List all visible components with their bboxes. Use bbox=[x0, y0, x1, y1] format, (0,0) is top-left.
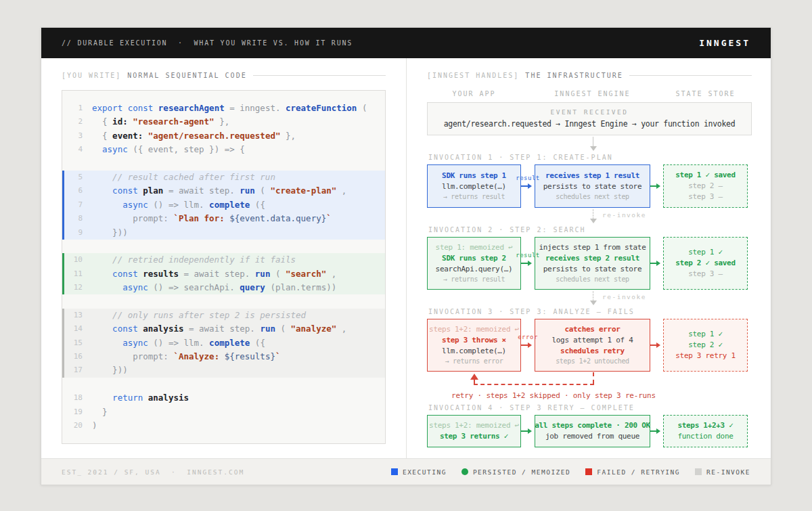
code-line: 4 async ({ event, step }) => { bbox=[62, 143, 385, 156]
code-gap bbox=[62, 378, 385, 391]
right-section-title: THE INFRASTRUCTURE bbox=[525, 72, 623, 79]
right-section-rule bbox=[629, 75, 752, 76]
flow-arrow-label: result bbox=[516, 175, 540, 181]
invocation-block: INVOCATION 2 · STEP 2: SEARCHstep 1: mem… bbox=[427, 226, 752, 308]
box-line: all steps complete · 200 OK bbox=[535, 420, 650, 431]
arrow-right-icon bbox=[656, 183, 663, 189]
arrow-line bbox=[521, 430, 528, 432]
box-line: step 2 ✓ saved bbox=[675, 258, 736, 269]
app-box: steps 1+2: memoized ↩step 3 throws ×llm.… bbox=[427, 319, 521, 372]
box-line: llm.complete(…) bbox=[442, 181, 506, 192]
retry-line-across bbox=[474, 384, 594, 385]
line-number: 15 bbox=[62, 336, 92, 350]
code-text: async () => searchApi. query (plan.terms… bbox=[92, 281, 336, 294]
legend-item: EXECUTING bbox=[391, 468, 447, 476]
code-pane: [YOU WRITE] NORMAL SEQUENTIAL CODE 1expo… bbox=[41, 58, 407, 458]
event-connector bbox=[427, 135, 752, 154]
line-number: 17 bbox=[62, 363, 92, 377]
box-line: receives step 1 result bbox=[545, 171, 639, 181]
engine-box: injects step 1 from statereceives step 2… bbox=[535, 237, 650, 290]
box-line: logs attempt 1 of 4 bbox=[551, 335, 633, 346]
line-number: 19 bbox=[62, 405, 92, 419]
invocation-block: INVOCATION 4 · STEP 3 RETRY — COMPLETEst… bbox=[427, 404, 752, 447]
box-line: step 3 – bbox=[688, 192, 723, 202]
code-gap bbox=[62, 157, 385, 171]
box-line: step 3 – bbox=[688, 269, 723, 280]
column-state-store: STATE STORE bbox=[663, 90, 748, 97]
invocation-block: INVOCATION 1 · STEP 1: CREATE-PLANSDK ru… bbox=[427, 154, 752, 226]
code-line: 6 const plan = await step. run ( "create… bbox=[62, 184, 385, 198]
retry-loop bbox=[427, 372, 752, 388]
code-line: 10 // retried independently if it fails bbox=[62, 253, 385, 267]
arrow-line bbox=[650, 185, 656, 187]
code-text: // result cached after first run bbox=[92, 171, 275, 184]
line-number bbox=[62, 240, 92, 253]
content-area: [YOU WRITE] NORMAL SEQUENTIAL CODE 1expo… bbox=[41, 58, 771, 458]
left-section-rule bbox=[253, 75, 386, 76]
line-number: 16 bbox=[62, 350, 92, 363]
code-text: const analysis = await step. run ( "anal… bbox=[92, 322, 346, 336]
code-text: async () => llm. complete ({ bbox=[92, 336, 265, 350]
arrow-right-icon bbox=[528, 428, 535, 434]
line-number bbox=[62, 157, 92, 171]
box-line: step 2 – bbox=[688, 181, 723, 192]
legend-swatch-square-icon bbox=[391, 468, 398, 475]
arrow-line bbox=[650, 345, 656, 346]
line-number: 4 bbox=[62, 143, 92, 156]
box-line: step 3 throws × bbox=[442, 335, 506, 346]
column-inngest-engine: INNGEST ENGINE bbox=[535, 90, 650, 97]
legend-label: PERSISTED / MEMOIZED bbox=[473, 468, 570, 476]
legend-item: PERSISTED / MEMOIZED bbox=[461, 468, 570, 476]
line-number: 12 bbox=[62, 281, 92, 294]
code-line: 13 // only runs after step 2 is persiste… bbox=[62, 309, 385, 322]
flow-arrow bbox=[650, 237, 663, 290]
code-text: export const researchAgent = inngest. cr… bbox=[92, 102, 367, 115]
legend-swatch-square-icon bbox=[695, 468, 702, 475]
event-box-detail: agent/research.requested → Inngest Engin… bbox=[428, 119, 751, 129]
flow-arrow bbox=[650, 319, 663, 372]
arrow-line bbox=[521, 345, 528, 346]
flow-arrow: result bbox=[521, 237, 535, 290]
left-section-tag: [YOU WRITE] bbox=[62, 72, 121, 79]
arrow-line bbox=[521, 263, 528, 264]
flow-arrow: error bbox=[521, 319, 535, 372]
box-line: SDK runs step 1 bbox=[442, 171, 506, 181]
line-number: 13 bbox=[62, 309, 92, 322]
line-number: 2 bbox=[62, 115, 92, 129]
invocation-row: step 1: memoized ↩SDK runs step 2searchA… bbox=[427, 237, 752, 290]
arrow-right-icon bbox=[528, 342, 535, 348]
code-text: // only runs after step 2 is persisted bbox=[92, 309, 306, 322]
diagram-pane: [INNGEST HANDLES] THE INFRASTRUCTURE YOU… bbox=[407, 58, 772, 458]
code-line: 18 return analysis bbox=[62, 391, 385, 405]
line-number: 1 bbox=[62, 102, 92, 115]
app-box: step 1: memoized ↩SDK runs step 2searchA… bbox=[427, 237, 521, 290]
code-text: const plan = await step. run ( "create-p… bbox=[92, 184, 346, 198]
box-line: step 3 returns ✓ bbox=[440, 431, 508, 442]
code-line: 5 // result cached after first run bbox=[62, 171, 385, 184]
invocation-row: steps 1+2: memoized ↩step 3 throws ×llm.… bbox=[427, 319, 752, 372]
invocations: INVOCATION 1 · STEP 1: CREATE-PLANSDK ru… bbox=[427, 154, 752, 447]
page-title: // DURABLE EXECUTION · WHAT YOU WRITE VS… bbox=[62, 39, 353, 47]
event-box-title: EVENT RECEIVED bbox=[428, 108, 751, 116]
reinvoke-label: re-invoke bbox=[602, 293, 646, 301]
engine-box: receives step 1 resultpersists to state … bbox=[535, 164, 650, 208]
arrow-up-icon bbox=[470, 370, 478, 380]
box-line: steps 1+2+3 ✓ bbox=[677, 420, 733, 431]
flow-arrow bbox=[521, 415, 535, 447]
box-line: injects step 1 from state bbox=[539, 242, 646, 253]
arrow-right-icon bbox=[656, 342, 663, 348]
legend-label: EXECUTING bbox=[403, 468, 447, 476]
code-line: 15 async () => llm. complete ({ bbox=[62, 336, 385, 350]
arrow-line bbox=[521, 185, 528, 187]
box-line: → returns result bbox=[443, 192, 505, 202]
invocation-row: SDK runs step 1llm.complete(…)→ returns … bbox=[427, 164, 752, 208]
legend-item: RE-INVOKE bbox=[695, 468, 750, 476]
code-text: } bbox=[92, 405, 108, 419]
line-number bbox=[62, 378, 92, 391]
left-section-title: NORMAL SEQUENTIAL CODE bbox=[127, 72, 246, 79]
code-text: prompt: `Plan for: ${event.data.query}` bbox=[92, 212, 332, 225]
box-line: schedules next step bbox=[556, 192, 629, 202]
reinvoke-connector: re-invoke bbox=[427, 208, 752, 226]
line-number: 8 bbox=[62, 212, 92, 225]
flow-arrow-label: error bbox=[518, 334, 538, 340]
